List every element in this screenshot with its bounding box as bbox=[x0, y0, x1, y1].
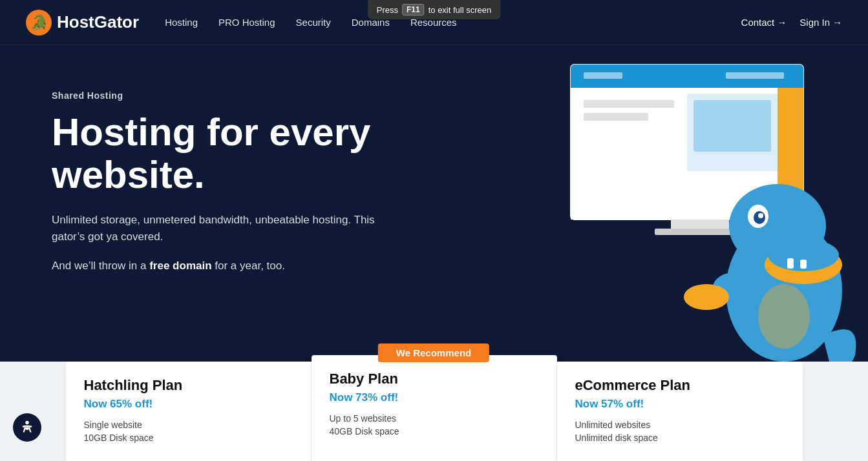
nav-right: Contact→ Sign In→ bbox=[741, 17, 842, 28]
plan-card-hatchling: Hatchling Plan Now 65% off! Single websi… bbox=[66, 362, 312, 461]
plan-card-ecommerce: eCommerce Plan Now 57% off! Unlimited we… bbox=[557, 362, 803, 461]
hero-subtitle: Shared Hosting bbox=[52, 90, 452, 101]
svg-text:🐊: 🐊 bbox=[30, 14, 48, 31]
hero-bottom-area: Hatchling Plan Now 65% off! Single websi… bbox=[0, 362, 868, 461]
nav-link-security[interactable]: Security bbox=[296, 17, 331, 28]
contact-link[interactable]: Contact→ bbox=[741, 17, 787, 28]
ecommerce-plan-name: eCommerce Plan bbox=[575, 377, 785, 394]
hatchling-plan-discount: Now 65% off! bbox=[84, 398, 293, 411]
hatchling-feature-1: Single website bbox=[84, 420, 293, 430]
hero-description: Unlimited storage, unmetered bandwidth, … bbox=[52, 212, 388, 245]
accessibility-button[interactable] bbox=[13, 413, 41, 442]
hatchling-feature-2: 10GB Disk space bbox=[84, 433, 293, 443]
hero-svg bbox=[532, 45, 868, 362]
hero-free-domain-bold: free domain bbox=[149, 260, 211, 272]
svg-point-26 bbox=[758, 284, 810, 349]
svg-point-21 bbox=[758, 213, 763, 218]
we-recommend-badge: We Recommend bbox=[378, 343, 489, 362]
baby-plan-name: Baby Plan bbox=[330, 371, 538, 387]
baby-plan-discount: Now 73% off! bbox=[330, 391, 538, 404]
hero-free-domain: And we’ll throw in a free domain for a y… bbox=[52, 258, 452, 274]
hatchling-plan-name: Hatchling Plan bbox=[84, 377, 293, 394]
svg-rect-8 bbox=[584, 100, 674, 108]
plans-row: Hatchling Plan Now 65% off! Single websi… bbox=[26, 362, 842, 461]
tooltip-key: F11 bbox=[402, 4, 425, 15]
nav-link-hosting[interactable]: Hosting bbox=[165, 17, 198, 28]
tooltip-press-text: Press bbox=[377, 5, 398, 15]
ecommerce-plan-discount: Now 57% off! bbox=[575, 398, 785, 411]
svg-rect-25 bbox=[800, 260, 807, 269]
ecommerce-feature-2: Unlimited disk space bbox=[575, 433, 785, 443]
svg-rect-6 bbox=[726, 72, 784, 79]
accessibility-icon bbox=[19, 419, 36, 436]
hero-section: Shared Hosting Hosting for every website… bbox=[0, 45, 868, 362]
logo-text: HostGator bbox=[57, 12, 139, 32]
baby-feature-2: 40GB Disk space bbox=[330, 426, 538, 436]
nav-link-pro-hosting[interactable]: PRO Hosting bbox=[218, 17, 275, 28]
hero-title: Hosting for every website. bbox=[52, 111, 452, 196]
hero-content: Shared Hosting Hosting for every website… bbox=[52, 84, 452, 274]
svg-point-27 bbox=[25, 421, 28, 424]
plan-card-baby: We Recommend Baby Plan Now 73% off! Up t… bbox=[312, 355, 557, 461]
svg-rect-13 bbox=[671, 220, 729, 230]
tooltip-exit-text: to exit full screen bbox=[429, 5, 492, 15]
logo-area[interactable]: 🐊 HostGator bbox=[26, 10, 139, 36]
fullscreen-tooltip: Press F11 to exit full screen bbox=[368, 0, 500, 19]
svg-rect-4 bbox=[571, 80, 803, 88]
ecommerce-feature-1: Unlimited websites bbox=[575, 420, 785, 430]
svg-rect-11 bbox=[693, 100, 771, 152]
logo-icon: 🐊 bbox=[26, 10, 52, 36]
svg-rect-9 bbox=[584, 113, 648, 121]
hero-illustration bbox=[532, 45, 868, 362]
baby-feature-1: Up to 5 websites bbox=[330, 413, 538, 424]
svg-rect-24 bbox=[787, 258, 794, 269]
plans-section: Hatchling Plan Now 65% off! Single websi… bbox=[0, 362, 868, 461]
signin-link[interactable]: Sign In→ bbox=[799, 17, 842, 28]
svg-point-23 bbox=[684, 284, 729, 310]
svg-rect-5 bbox=[584, 72, 622, 79]
